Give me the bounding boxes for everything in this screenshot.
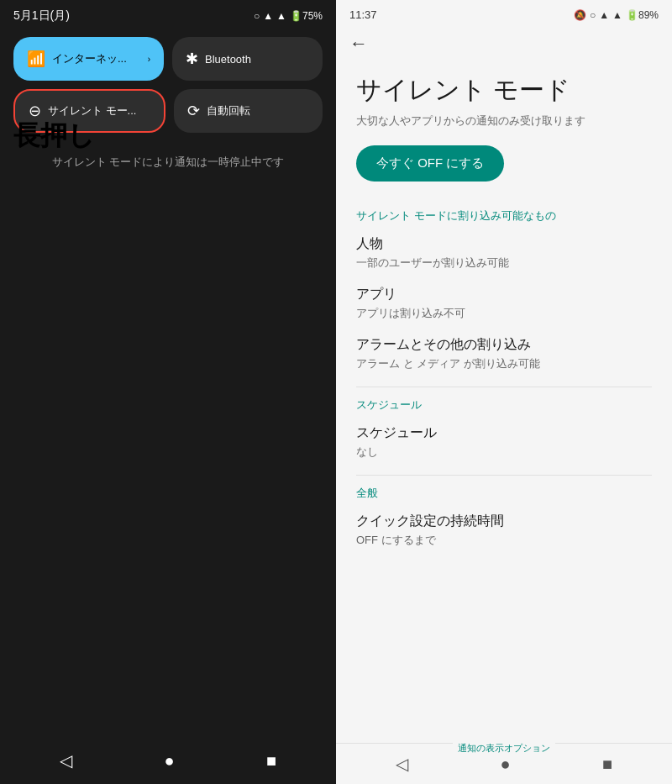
right-silent-icon: 🔕 (574, 9, 586, 21)
section3-header: 全般 (356, 486, 652, 501)
apps-title: アプリ (356, 286, 652, 303)
left-nav-home[interactable]: ● (164, 751, 174, 771)
section2-header: スケジュール (356, 397, 652, 413)
left-time: 5月1日(月) (13, 8, 70, 24)
left-battery-pct: 🔋75% (290, 10, 323, 22)
right-battery-pct: 🔋89% (626, 9, 659, 21)
left-bottom-nav: ◁ ● ■ (0, 737, 336, 784)
schedule-title: スケジュール (356, 424, 652, 442)
people-title: 人物 (356, 235, 652, 253)
autorotate-tile[interactable]: ⟳ 自動回転 (174, 89, 323, 133)
right-panel: 11:37 🔕 ○ ▲ ▲ 🔋89% ← サイレント モード 大切な人やアプリか… (336, 0, 672, 784)
left-nav-back[interactable]: ◁ (60, 750, 72, 771)
page-subtitle: 大切な人やアプリからの通知のみ受け取ります (356, 113, 652, 129)
schedule-desc: なし (356, 445, 652, 460)
back-button[interactable]: ← (349, 33, 368, 54)
left-signal-icon: ▲ (263, 10, 273, 22)
right-circle-icon: ○ (590, 9, 596, 21)
internet-tile-label: インターネッ... (52, 51, 127, 66)
divider1 (356, 387, 652, 387)
left-nav-recents[interactable]: ■ (266, 751, 276, 771)
right-nav-home[interactable]: ● (500, 755, 510, 774)
right-nav-back[interactable]: ◁ (396, 754, 408, 774)
page-title: サイレント モード (356, 75, 652, 105)
off-button[interactable]: 今すぐ OFF にする (356, 145, 504, 182)
right-back-bar: ← (336, 26, 672, 61)
apps-item[interactable]: アプリ アプリは割り込み不可 (356, 286, 652, 321)
autorotate-tile-label: 自動回転 (207, 103, 250, 118)
right-status-bar: 11:37 🔕 ○ ▲ ▲ 🔋89% (336, 0, 672, 26)
people-desc: 一部のユーザーが割り込み可能 (356, 255, 652, 271)
left-status-icons: ○ ▲ ▲ 🔋75% (254, 10, 323, 22)
long-press-label: 長押し (13, 118, 95, 155)
people-item[interactable]: 人物 一部のユーザーが割り込み可能 (356, 235, 652, 271)
right-time: 11:37 (349, 8, 377, 21)
right-nav-recents[interactable]: ■ (602, 755, 612, 774)
chevron-icon: › (148, 55, 150, 64)
bluetooth-icon: ✱ (186, 50, 198, 68)
divider2 (356, 475, 652, 476)
left-panel: 5月1日(月) ○ ▲ ▲ 🔋75% 📶 インターネッ... › ✱ Bluet… (0, 0, 336, 784)
internet-tile[interactable]: 📶 インターネッ... › (13, 37, 164, 81)
section1-header: サイレント モードに割り込み可能なもの (356, 208, 652, 224)
wifi-icon: 📶 (27, 50, 45, 68)
quicksettings-item[interactable]: クイック設定の持続時間 OFF にするまで (356, 513, 652, 548)
apps-desc: アプリは割り込み不可 (356, 306, 652, 321)
left-wifi-icon: ▲ (276, 10, 286, 22)
quicksettings-desc: OFF にするまで (356, 533, 652, 548)
bottom-overlay-label: 通知の表示オプション (453, 742, 555, 755)
bluetooth-tile-label: Bluetooth (205, 53, 251, 66)
left-battery-icon: ○ (254, 10, 260, 22)
right-status-icons: 🔕 ○ ▲ ▲ 🔋89% (574, 9, 659, 21)
silent-tile-label: サイレント モー... (48, 103, 136, 118)
schedule-item[interactable]: スケジュール なし (356, 424, 652, 460)
right-content: サイレント モード 大切な人やアプリからの通知のみ受け取ります 今すぐ OFF … (336, 61, 672, 743)
left-status-bar: 5月1日(月) ○ ▲ ▲ 🔋75% (0, 0, 336, 29)
right-wifi-icon: ▲ (612, 9, 622, 21)
right-bottom-nav: 通知の表示オプション ◁ ● ■ (336, 743, 672, 784)
alarms-item[interactable]: アラームとその他の割り込み アラーム と メディア が割り込み可能 (356, 336, 652, 371)
alarms-title: アラームとその他の割り込み (356, 336, 652, 354)
rotate-icon: ⟳ (187, 102, 200, 120)
alarms-desc: アラーム と メディア が割り込み可能 (356, 356, 652, 371)
quicksettings-title: クイック設定の持続時間 (356, 513, 652, 530)
bluetooth-tile[interactable]: ✱ Bluetooth (172, 37, 323, 81)
right-signal-icon: ▲ (599, 9, 609, 21)
